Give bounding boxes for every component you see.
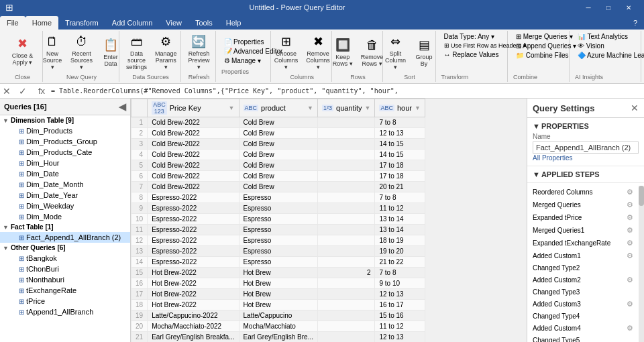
manage-params-button[interactable]: ⚙ ManageParams ▾ xyxy=(152,32,179,72)
group-by-button[interactable]: ▤ GroupBy xyxy=(411,36,437,69)
tree-item-fact-append[interactable]: ⊞ Fact_Append1_AllBranch (2) xyxy=(0,232,130,243)
table-row[interactable]: 16 Hot Brew-2022 Hot Brew 9 to 10 xyxy=(131,278,425,289)
step-item[interactable]: Merged Queries ⚙ xyxy=(527,198,639,211)
table-row[interactable]: 13 Espresso-2022 Espresso 19 to 20 xyxy=(131,246,425,257)
replace-values-button[interactable]: ↔ Replace Values xyxy=(441,50,502,59)
tree-item-texchangerate[interactable]: ⊞ tExchangeRate xyxy=(0,285,130,296)
close-button[interactable]: ✕ xyxy=(619,0,639,15)
tree-item-tprice[interactable]: ⊞ tPrice xyxy=(0,296,130,306)
col-filter-quantity[interactable]: ▼ xyxy=(365,105,371,111)
table-row[interactable]: 3 Cold Brew-2022 Cold Brew 14 to 15 xyxy=(131,139,425,150)
step-gear-icon[interactable]: ⚙ xyxy=(627,213,633,222)
tab-transform[interactable]: Transform xyxy=(58,16,105,30)
step-gear-icon[interactable]: ⚙ xyxy=(627,188,633,196)
tree-item-dim-date-year[interactable]: ⊞ Dim_Date_Year xyxy=(0,190,130,201)
tree-item-tnonthaburi[interactable]: ⊞ tNonthaburi xyxy=(0,274,130,285)
table-row[interactable]: 20 Mocha/Macchiato-2022 Mocha/Macchiato … xyxy=(131,321,425,332)
step-item[interactable]: Added Custom1 ⚙ xyxy=(527,249,639,262)
tree-header-other[interactable]: ▼ Other Queries [6] xyxy=(0,243,130,253)
table-row[interactable]: 9 Espresso-2022 Espresso 11 to 12 xyxy=(131,203,425,214)
tab-home[interactable]: Home xyxy=(25,16,58,30)
step-gear-icon[interactable]: ⚙ xyxy=(627,324,633,333)
step-item[interactable]: Changed Type5 xyxy=(527,335,639,342)
qs-name-input[interactable] xyxy=(533,141,639,154)
merge-queries-button[interactable]: ⊞ Merge Queries ▾ xyxy=(513,32,576,41)
tree-item-dim-date-month[interactable]: ⊞ Dim_Date_Month xyxy=(0,179,130,190)
table-row[interactable]: 17 Hot Brew-2022 Hot Brew 12 to 13 xyxy=(131,289,425,300)
table-row[interactable]: 12 Espresso-2022 Espresso 18 to 19 xyxy=(131,235,425,246)
data-type-button[interactable]: Data Type: Any ▾ xyxy=(441,32,497,41)
step-gear-icon[interactable]: ⚙ xyxy=(627,201,633,209)
tree-item-dim-mode[interactable]: ⊞ Dim_Mode xyxy=(0,211,130,222)
sidebar-toggle-icon[interactable]: ◀ xyxy=(119,101,126,112)
table-row[interactable]: 2 Cold Brew-2022 Cold Brew 12 to 13 xyxy=(131,128,425,139)
refresh-preview-button[interactable]: 🔄 RefreshPreview ▾ xyxy=(184,32,213,72)
table-row[interactable]: 5 Cold Brew-2022 Cold Brew 17 to 18 xyxy=(131,160,425,171)
datasource-settings-button[interactable]: 🗃 Data sourcesettings xyxy=(122,33,152,72)
new-source-button[interactable]: 🗒 NewSource ▾ xyxy=(39,33,66,72)
table-row[interactable]: 10 Espresso-2022 Espresso 13 to 14 xyxy=(131,214,425,225)
tree-item-dim-products-cate[interactable]: ⊞ Dim_Products_Cate xyxy=(0,147,130,158)
append-queries-button[interactable]: ⊞ Append Queries ▾ xyxy=(513,42,579,50)
tab-view[interactable]: View xyxy=(159,16,189,30)
table-row[interactable]: 6 Cold Brew-2022 Cold Brew 17 to 18 xyxy=(131,171,425,182)
tree-header-fact[interactable]: ▼ Fact Table [1] xyxy=(0,222,130,232)
step-gear-icon[interactable]: ⚙ xyxy=(627,226,633,235)
step-item[interactable]: Added Custom4 ⚙ xyxy=(527,322,639,335)
tree-item-dim-weekday[interactable]: ⊞ Dim_Weekday xyxy=(0,201,130,211)
qs-all-properties-link[interactable]: All Properties xyxy=(533,154,572,162)
table-row[interactable]: 4 Cold Brew-2022 Cold Brew 14 to 15 xyxy=(131,150,425,160)
table-row[interactable]: 15 Hot Brew-2022 Hot Brew 2 7 to 8 xyxy=(131,268,425,278)
step-gear-icon[interactable]: ⚙ xyxy=(627,300,633,308)
col-header-quantity[interactable]: 1²3 quantity ▼ xyxy=(318,99,375,117)
qs-close-icon[interactable]: ✕ xyxy=(631,103,639,113)
step-item[interactable]: Added Custom3 ⚙ xyxy=(527,298,639,310)
text-analytics-button[interactable]: 📊 Text Analytics xyxy=(575,32,631,41)
tab-tools[interactable]: Tools xyxy=(189,16,219,30)
vision-button[interactable]: 👁 Vision xyxy=(575,42,607,50)
step-item[interactable]: Merged Queries1 ⚙ xyxy=(527,224,639,237)
step-gear-icon[interactable]: ⚙ xyxy=(627,251,633,260)
table-row[interactable]: 21 Earl Grey/English Breakfa... Earl Gre… xyxy=(131,332,425,343)
properties-button[interactable]: 📄 Properties xyxy=(221,38,267,46)
close-apply-button[interactable]: ✖ Close &Apply ▾ xyxy=(9,34,37,71)
col-header-hour[interactable]: ABC hour ▼ xyxy=(375,99,425,117)
tree-item-dim-hour[interactable]: ⊞ Dim_Hour xyxy=(0,158,130,168)
step-item[interactable]: Added Custom2 ⚙ xyxy=(527,274,639,286)
col-header-pricekey[interactable]: ABC123 Price Key ▼ xyxy=(148,99,239,117)
tree-item-tbangkok[interactable]: ⊞ tBangkok xyxy=(0,253,130,264)
enter-data-button[interactable]: 📋 EnterData xyxy=(97,36,124,69)
table-row[interactable]: 18 Hot Brew-2022 Hot Brew 16 to 17 xyxy=(131,300,425,310)
choose-columns-button[interactable]: ⊞ ChooseColumns ▾ xyxy=(271,32,302,72)
help-icon[interactable]: ? xyxy=(627,16,644,30)
tree-item-dim-products[interactable]: ⊞ Dim_Products xyxy=(0,125,130,136)
azure-ml-button[interactable]: 🔷 Azure Machine Learning xyxy=(575,51,644,60)
step-gear-icon[interactable]: ⚙ xyxy=(627,276,633,284)
table-row[interactable]: 14 Espresso-2022 Espresso 21 to 22 xyxy=(131,257,425,268)
grid-container[interactable]: ABC123 Price Key ▼ ABC product ▼ xyxy=(131,99,527,342)
table-row[interactable]: 8 Espresso-2022 Espresso 7 to 8 xyxy=(131,192,425,203)
step-item[interactable]: Expanded tPrice ⚙ xyxy=(527,211,639,224)
recent-sources-button[interactable]: ⏱ RecentSources ▾ xyxy=(67,33,96,72)
minimize-button[interactable]: ─ xyxy=(578,0,598,15)
step-item[interactable]: Changed Type4 xyxy=(527,310,639,322)
maximize-button[interactable]: □ xyxy=(598,0,619,15)
tree-item-tappend[interactable]: ⊞ tAppend1_AllBranch xyxy=(0,306,130,317)
tree-item-dim-date[interactable]: ⊞ Dim_Date xyxy=(0,168,130,179)
steps-scrollbar[interactable] xyxy=(639,186,644,342)
col-filter-pricekey[interactable]: ▼ xyxy=(229,105,235,111)
tree-item-dim-products-group[interactable]: ⊞ Dim_Products_Group xyxy=(0,136,130,147)
table-row[interactable]: 19 Latte/Cappucino-2022 Latte/Cappucino … xyxy=(131,310,425,321)
col-filter-product[interactable]: ▼ xyxy=(307,105,313,111)
cancel-formula-icon[interactable]: ✕ xyxy=(3,86,16,97)
tab-help[interactable]: Help xyxy=(219,16,248,30)
col-header-product[interactable]: ABC product ▼ xyxy=(239,99,317,117)
step-item[interactable]: Changed Type3 xyxy=(527,286,639,298)
tree-header-dimension[interactable]: ▼ Dimension Table [9] xyxy=(0,115,130,125)
combine-files-button[interactable]: 📁 Combine Files xyxy=(513,51,572,60)
step-item[interactable]: Expanded tExchangeRate ⚙ xyxy=(527,237,639,249)
tab-file[interactable]: File xyxy=(0,16,25,30)
tree-item-tchonburi[interactable]: ⊞ tChonBuri xyxy=(0,264,130,274)
manage-button[interactable]: ⚙ Manage ▾ xyxy=(221,56,264,65)
table-row[interactable]: 11 Espresso-2022 Espresso 13 to 14 xyxy=(131,225,425,235)
